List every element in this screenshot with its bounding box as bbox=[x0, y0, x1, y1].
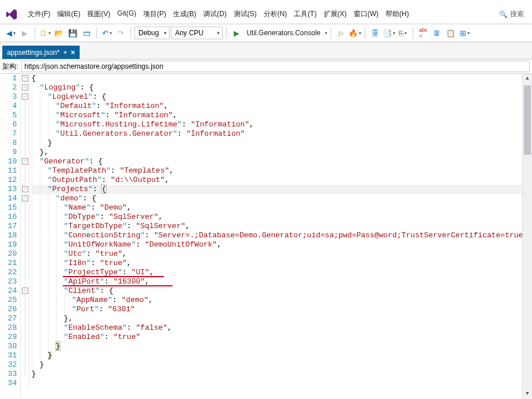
scroll-thumb[interactable] bbox=[524, 85, 531, 155]
tab-title: appsettings.json* bbox=[7, 49, 59, 57]
fold-column: ------- bbox=[21, 74, 29, 388]
code-line[interactable] bbox=[32, 379, 532, 388]
code-line[interactable]: }, bbox=[32, 148, 532, 157]
tb-btn-1[interactable]: 🗄 bbox=[369, 27, 381, 39]
menu-item[interactable]: 测试(S) bbox=[230, 7, 260, 21]
tb-btn-2[interactable]: 📑▾ bbox=[383, 27, 395, 39]
code-area[interactable]: {"Logging": {"LogLevel": {"Default": "In… bbox=[29, 74, 532, 399]
platform-dropdown[interactable]: Any CPU bbox=[171, 27, 223, 39]
run-no-debug-icon[interactable]: ▷ bbox=[335, 27, 347, 39]
schema-label: 架构: bbox=[2, 62, 18, 72]
code-line[interactable]: "Default": "Information", bbox=[32, 102, 532, 111]
search-box[interactable]: 🔍 搜索 bbox=[496, 8, 527, 20]
save-all-icon[interactable]: 🗃 bbox=[80, 27, 93, 39]
open-file-icon[interactable]: 📂 bbox=[53, 27, 65, 39]
hot-reload-icon[interactable]: 🔥▾ bbox=[349, 27, 361, 39]
toolbar: ◀▾ ▶ 🗋▾ 📂 💾 🗃 ↶▾ ↷ Debug Any CPU ▶ Util.… bbox=[0, 24, 532, 42]
undo-icon[interactable]: ↶▾ bbox=[100, 27, 113, 39]
code-line[interactable]: "UnitOfWorkName": "DemoUnitOfWork", bbox=[32, 240, 532, 249]
tb-btn-3[interactable]: ⎘▾ bbox=[396, 27, 409, 39]
code-line[interactable]: "Enabled": "true" bbox=[32, 333, 532, 342]
line-number-gutter: 1234567891011121314151617181920212223242… bbox=[0, 74, 21, 399]
menu-item[interactable]: 窗口(W) bbox=[350, 7, 382, 21]
search-icon: 🔍 bbox=[499, 10, 508, 18]
code-line[interactable]: } bbox=[32, 370, 532, 379]
code-line[interactable]: "Logging": { bbox=[32, 83, 532, 92]
vs-logo-icon bbox=[5, 8, 18, 21]
code-line[interactable]: "ConnectionString": "Server=.;Database=D… bbox=[32, 231, 532, 240]
code-line[interactable]: } bbox=[32, 139, 532, 148]
tb-btn-6[interactable]: 📋 bbox=[444, 27, 457, 39]
scroll-up-icon[interactable]: ▲ bbox=[523, 74, 532, 84]
code-line[interactable]: "Generator": { bbox=[32, 157, 532, 166]
tab-bar: appsettings.json* + × bbox=[0, 42, 532, 59]
menu-item[interactable]: 分析(N) bbox=[260, 7, 291, 21]
scroll-down-icon[interactable]: ▼ bbox=[523, 389, 532, 399]
menu-item[interactable]: 扩展(X) bbox=[320, 7, 350, 21]
red-underline-annotation bbox=[63, 276, 164, 277]
config-dropdown[interactable]: Debug bbox=[134, 27, 170, 39]
code-line[interactable]: "Util.Generators.Generator": "Informatio… bbox=[32, 129, 532, 139]
tb-abc-icon[interactable]: abc✓ bbox=[417, 27, 429, 39]
tb-btn-7[interactable]: ⊞▾ bbox=[458, 27, 471, 39]
menu-item[interactable]: 帮助(H) bbox=[382, 7, 413, 21]
menu-item[interactable]: 视图(V) bbox=[84, 7, 114, 21]
menu-item[interactable]: Git(G) bbox=[114, 7, 140, 21]
menu-item[interactable]: 项目(P) bbox=[140, 7, 170, 21]
fold-toggle-icon[interactable]: - bbox=[22, 75, 28, 81]
code-line[interactable]: { bbox=[32, 74, 532, 83]
menu-items: 文件(F)编辑(E)视图(V)Git(G)项目(P)生成(B)调试(D)测试(S… bbox=[24, 7, 413, 21]
code-line[interactable]: } bbox=[32, 360, 532, 370]
code-line[interactable]: "Utc": "true", bbox=[32, 249, 532, 259]
code-line[interactable]: "Microsoft": "Information", bbox=[32, 111, 532, 120]
code-line[interactable]: "Port": "6301" bbox=[32, 305, 532, 314]
code-line[interactable]: "OutputPath": "d:\\Output", bbox=[32, 176, 532, 185]
tb-btn-5[interactable]: 🗏 bbox=[430, 27, 443, 39]
code-line[interactable]: "Client": { bbox=[32, 286, 532, 296]
code-line[interactable]: }, bbox=[32, 314, 532, 323]
vs-window: 文件(F)编辑(E)视图(V)Git(G)项目(P)生成(B)调试(D)测试(S… bbox=[0, 0, 532, 399]
close-icon[interactable]: × bbox=[70, 48, 75, 57]
code-line[interactable]: "Projects": { bbox=[32, 185, 532, 194]
new-file-icon[interactable]: 🗋▾ bbox=[39, 27, 51, 39]
run-target-label[interactable]: Util.Generators.Console bbox=[244, 29, 323, 37]
redo-icon: ↷ bbox=[114, 27, 127, 39]
code-line[interactable]: "TemplatePath": "Templates", bbox=[32, 166, 532, 176]
code-line[interactable]: "EnableSchema": "false", bbox=[32, 323, 532, 333]
menu-item[interactable]: 调试(D) bbox=[200, 7, 230, 21]
menu-item[interactable]: 工具(T) bbox=[290, 7, 320, 21]
menu-item[interactable]: 编辑(E) bbox=[54, 7, 84, 21]
run-button[interactable]: ▶ bbox=[230, 27, 243, 39]
code-line[interactable]: "LogLevel": { bbox=[32, 92, 532, 102]
menu-item[interactable]: 文件(F) bbox=[24, 7, 54, 21]
code-line[interactable]: "Microsoft.Hosting.Lifetime": "Informati… bbox=[32, 120, 532, 129]
tab-appsettings[interactable]: appsettings.json* + × bbox=[2, 46, 80, 59]
code-line[interactable]: "demo": { bbox=[32, 194, 532, 203]
search-label: 搜索 bbox=[510, 9, 524, 19]
schema-input[interactable] bbox=[21, 61, 530, 72]
schema-bar: 架构: bbox=[0, 59, 532, 74]
nav-forward-icon: ▶ bbox=[18, 27, 31, 39]
run-target-dropdown-icon[interactable]: ▾ bbox=[325, 31, 327, 36]
red-underline-annotation bbox=[63, 285, 173, 286]
menubar: 文件(F)编辑(E)视图(V)Git(G)项目(P)生成(B)调试(D)测试(S… bbox=[0, 5, 532, 24]
code-line[interactable]: "TargetDbType": "SqlServer", bbox=[32, 222, 532, 231]
code-line[interactable]: "DbType": "SqlServer", bbox=[32, 212, 532, 222]
tab-dirty-indicator: + bbox=[63, 49, 67, 57]
code-line[interactable]: "I18n": "true", bbox=[32, 259, 532, 268]
save-icon[interactable]: 💾 bbox=[66, 27, 79, 39]
titlebar-spacer bbox=[0, 0, 532, 5]
code-line[interactable]: } bbox=[32, 342, 532, 351]
code-line[interactable]: "AppName": "demo", bbox=[32, 296, 532, 305]
menu-item[interactable]: 生成(B) bbox=[170, 7, 200, 21]
code-line[interactable]: } bbox=[32, 351, 532, 360]
code-line[interactable]: "Name": "Demo", bbox=[32, 203, 532, 212]
editor: 1234567891011121314151617181920212223242… bbox=[0, 74, 532, 399]
vertical-scrollbar[interactable]: ▲ ▼ bbox=[522, 74, 532, 399]
nav-back-icon[interactable]: ◀▾ bbox=[5, 27, 17, 39]
